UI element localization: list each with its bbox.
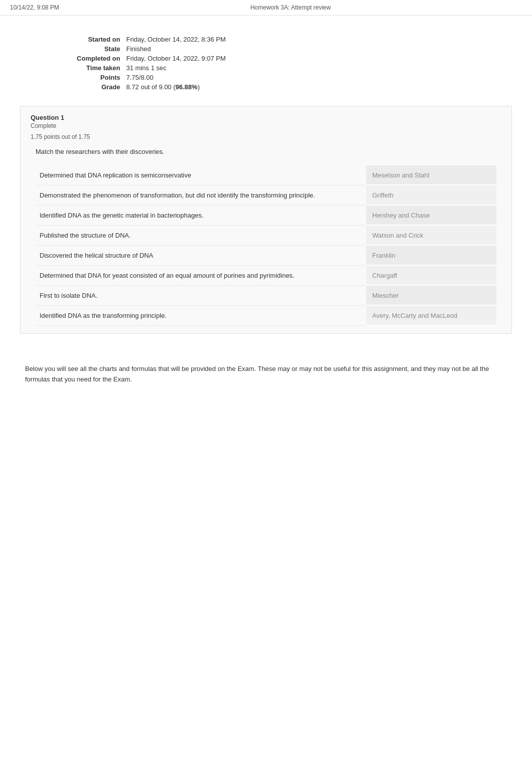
exam-note: Below you will see all the charts and fo… bbox=[20, 354, 512, 395]
attempt-info: Started on Friday, October 14, 2022, 8:3… bbox=[60, 36, 512, 91]
right-item: Franklin bbox=[366, 246, 496, 266]
grade-value: 8.72 out of 9.00 (96.88%) bbox=[126, 83, 200, 91]
left-item: Determined that DNA replication is semic… bbox=[36, 165, 366, 185]
question-label: Question bbox=[31, 114, 59, 121]
left-item: Determined that DNA for yeast consisted … bbox=[36, 266, 366, 286]
page-title: Homework 3A: Attempt review bbox=[250, 4, 331, 11]
datetime-label: 10/14/22, 9:08 PM bbox=[10, 4, 59, 11]
right-item: Meselson and Stahl bbox=[366, 165, 496, 185]
question-number: 1 bbox=[61, 114, 64, 121]
completed-on-value: Friday, October 14, 2022, 9:07 PM bbox=[126, 55, 225, 62]
started-on-label: Started on bbox=[60, 36, 120, 43]
points-label: Points bbox=[60, 74, 120, 81]
left-item: Discovered the helical structure of DNA bbox=[36, 246, 366, 266]
started-on-value: Friday, October 14, 2022, 8:36 PM bbox=[126, 36, 225, 43]
matching-left-column: Determined that DNA replication is semic… bbox=[36, 165, 366, 326]
grade-label: Grade bbox=[60, 83, 120, 91]
state-value: Finished bbox=[126, 45, 151, 53]
right-item: Avery, McCarty and MacLeod bbox=[366, 306, 496, 326]
left-item: Demonstrated the phenomenon of transform… bbox=[36, 185, 366, 206]
left-item: First to isolate DNA. bbox=[36, 286, 366, 306]
left-item: Published the structure of DNA. bbox=[36, 226, 366, 246]
right-item: Chargaff bbox=[366, 266, 496, 286]
matching-area: Determined that DNA replication is semic… bbox=[31, 165, 501, 326]
completed-on-label: Completed on bbox=[60, 55, 120, 62]
question-instruction: Match the researchers with their discove… bbox=[31, 148, 501, 155]
state-label: State bbox=[60, 45, 120, 53]
points-value: 7.75/8.00 bbox=[126, 74, 153, 81]
question-points: 1.75 points out of 1.75 bbox=[31, 133, 501, 140]
right-item: Hershey and Chase bbox=[366, 206, 496, 226]
time-taken-value: 31 mins 1 sec bbox=[126, 64, 166, 72]
time-taken-label: Time taken bbox=[60, 64, 120, 72]
left-item: Identified DNA as the genetic material i… bbox=[36, 206, 366, 226]
matching-right-column: Meselson and StahlGriffethHershey and Ch… bbox=[366, 165, 496, 326]
question-1-section: Question 1 Complete 1.75 points out of 1… bbox=[20, 106, 512, 334]
question-status: Complete bbox=[31, 122, 501, 129]
right-item: Miescher bbox=[366, 286, 496, 306]
question-title: Question 1 bbox=[31, 114, 501, 121]
left-item: Identified DNA as the transforming princ… bbox=[36, 306, 366, 326]
right-item: Watson and Crick bbox=[366, 226, 496, 246]
right-item: Griffeth bbox=[366, 185, 496, 206]
